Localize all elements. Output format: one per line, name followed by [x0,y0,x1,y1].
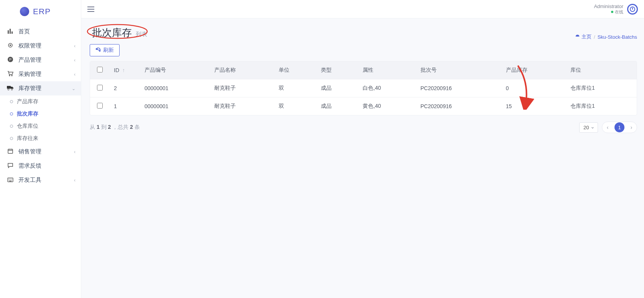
brand-name: ERP [33,7,51,16]
nav-label: 首页 [18,28,76,35]
pagination: ‹ 1 › [602,122,637,133]
cell-attr: 黄色,40 [358,97,416,115]
cell-type: 成品 [316,97,358,115]
next-page-button[interactable]: › [626,122,637,133]
col-location[interactable]: 库位 [566,61,637,79]
prev-page-button[interactable]: ‹ [602,122,613,133]
col-id[interactable]: ID ↑ [109,61,140,79]
chevron-left-icon: ‹ [74,58,76,63]
user-menu[interactable]: Administrator 在线 [594,4,638,15]
gear-icon [7,42,14,49]
brand[interactable]: ERP [0,0,81,25]
nav-label: 权限管理 [18,42,69,49]
cell-unit: 双 [274,97,316,115]
subnav-label: 批次库存 [17,110,38,117]
sidebar: ERP 首页 权限管理 ‹ P 产品管理 ‹ [0,0,81,298]
subnav-product-stock[interactable]: 产品库存 [0,95,81,108]
col-code[interactable]: 产品编号 [140,61,210,79]
refresh-button[interactable]: 刷新 [90,44,120,56]
user-status: 在线 [611,10,623,14]
subnav-batch-stock[interactable]: 批次库存 [0,108,81,120]
bars-icon [7,28,14,35]
chevron-down-icon: ⌄ [72,86,76,91]
col-unit[interactable]: 单位 [274,61,316,79]
keyboard-icon [7,177,14,183]
cell-id: 2 [109,79,140,97]
chevron-left-icon: ‹ [74,72,76,77]
row-checkbox[interactable] [97,85,103,91]
breadcrumb-separator: / [594,34,595,40]
nav-label: 销售管理 [18,148,69,155]
chevron-left-icon: ‹ [74,178,76,183]
brand-logo-icon [20,7,29,16]
page-subtitle: 列表 [136,31,147,37]
sort-asc-icon: ↑ [122,67,125,73]
sidebar-toggle-icon[interactable] [87,7,94,12]
avatar-icon[interactable] [627,4,638,15]
cell-location: 仓库库位1 [566,79,637,97]
dashboard-icon [575,34,580,40]
subnav-warehouse-location[interactable]: 仓库库位 [0,120,81,132]
page-number[interactable]: 1 [614,122,624,132]
cell-qty: 15 [501,97,566,115]
cell-id: 1 [109,97,140,115]
subnav-label: 产品库存 [17,98,38,105]
svg-rect-12 [8,149,13,153]
svg-point-10 [8,89,9,90]
table-row[interactable]: 200000001耐克鞋子双成品白色,40PC202009160仓库库位1 [90,79,637,97]
col-qty[interactable]: 产品库存 [501,61,566,79]
online-dot-icon [611,11,613,13]
chat-icon [7,162,14,170]
nav-label: 采购管理 [18,71,69,78]
svg-text:P: P [9,58,12,61]
nav-feedback[interactable]: 需求反馈 [0,159,81,173]
user-name: Administrator [594,4,623,9]
refresh-icon [95,47,101,54]
cell-qty: 0 [501,79,566,97]
col-name[interactable]: 产品名称 [210,61,274,79]
cell-attr: 白色,40 [358,79,416,97]
calendar-icon [7,148,14,155]
nav-permissions[interactable]: 权限管理 ‹ [0,39,81,53]
svg-rect-15 [632,8,633,10]
svg-rect-2 [12,31,13,34]
nav-home[interactable]: 首页 [0,25,81,39]
nav-label: 需求反馈 [18,162,76,170]
svg-rect-17 [577,35,578,36]
nav-purchase[interactable]: 采购管理 ‹ [0,67,81,81]
breadcrumb: 主页 / Sku-Stock-Batchs [575,33,637,40]
col-batch[interactable]: 批次号 [416,61,501,79]
cell-batch: PC20200916 [416,79,501,97]
subnav-stock-movement[interactable]: 库存往来 [0,132,81,145]
col-type[interactable]: 类型 [316,61,358,79]
topbar: Administrator 在线 [81,0,644,18]
refresh-label: 刷新 [103,47,114,54]
product-icon: P [7,56,14,64]
subnav-label: 仓库库位 [17,123,38,130]
cell-type: 成品 [316,79,358,97]
row-checkbox[interactable] [97,103,103,109]
svg-point-7 [9,75,10,76]
cell-code: 00000001 [140,97,210,115]
cell-code: 00000001 [140,79,210,97]
svg-rect-9 [7,86,11,89]
breadcrumb-home[interactable]: 主页 [575,33,591,40]
nav-products[interactable]: P 产品管理 ‹ [0,53,81,67]
cell-location: 仓库库位1 [566,97,637,115]
nav-stock[interactable]: 库存管理 ⌄ [0,81,81,95]
circle-icon [10,112,13,115]
circle-icon [10,125,13,128]
page-title: 批次库存 [92,26,132,40]
svg-rect-0 [8,30,9,34]
nav-devtools[interactable]: 开发工具 ‹ [0,173,81,187]
table-row[interactable]: 100000001耐克鞋子双成品黄色,40PC2020091615仓库库位1 [90,97,637,115]
nav-sales[interactable]: 销售管理 ‹ [0,145,81,159]
svg-point-4 [10,44,11,46]
col-attr[interactable]: 属性 [358,61,416,79]
nav-label: 产品管理 [18,56,69,64]
cell-name: 耐克鞋子 [210,79,274,97]
per-page-select[interactable]: 20 [579,122,598,133]
cell-name: 耐克鞋子 [210,97,274,115]
circle-icon [10,137,13,140]
select-all-checkbox[interactable] [97,67,103,72]
